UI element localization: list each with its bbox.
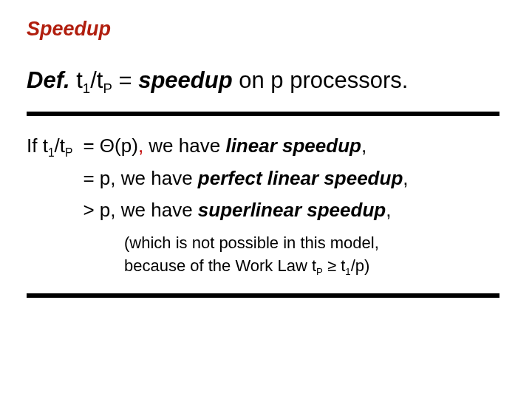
- cases-row-3: > p, we have superlinear speedup,: [27, 195, 409, 228]
- cases-right-2: = p, we have perfect linear speedup,: [83, 163, 408, 196]
- def-sub-p: P: [103, 81, 112, 96]
- cases-pre-1: we have: [143, 134, 225, 157]
- divider-top: [27, 112, 499, 116]
- def-label: Def.: [27, 67, 70, 93]
- cases-right-1: = Θ(p), we have linear speedup,: [83, 131, 408, 163]
- cases-prefix-sub1: 1: [48, 146, 55, 159]
- cases-pre-2: we have: [116, 167, 198, 189]
- def-tail: on p processors.: [233, 67, 409, 93]
- cases-table: If t1/tP = Θ(p), we have linear speedup,…: [27, 131, 409, 228]
- definition-line: Def. t1/tP = speedup on p processors.: [27, 67, 505, 94]
- slide-title: Speedup: [27, 18, 505, 41]
- cases-block: If t1/tP = Θ(p), we have linear speedup,…: [27, 131, 505, 277]
- note-line1: (which is not possible in this model,: [124, 233, 379, 252]
- def-lhs: t1/tP: [76, 67, 118, 93]
- cases-term-2: perfect linear speedup: [198, 167, 403, 189]
- note-sub-p: P: [316, 266, 323, 277]
- cases-prefix-mid: /t: [55, 134, 65, 157]
- cases-op-1: = Θ(p): [83, 134, 137, 157]
- def-t1-t: t: [76, 67, 83, 93]
- note-line2-mid: ≥ t: [323, 256, 345, 275]
- note-line2-pre: because of the Work Law t: [124, 256, 316, 275]
- cases-op-3: > p,: [83, 199, 115, 221]
- cases-row-1: If t1/tP = Θ(p), we have linear speedup,: [27, 131, 409, 163]
- cases-prefix-cell: If t1/tP: [27, 131, 83, 163]
- cases-pre-3: we have: [116, 199, 198, 221]
- cases-row-2: = p, we have perfect linear speedup,: [27, 163, 409, 196]
- def-slash-t: /t: [90, 67, 103, 93]
- cases-post-2: ,: [403, 167, 408, 189]
- slide: Speedup Def. t1/tP = speedup on p proces…: [0, 0, 532, 399]
- note-sub-1: 1: [345, 266, 350, 277]
- cases-empty-left-3: [27, 195, 83, 228]
- cases-prefix: If t: [27, 134, 48, 157]
- cases-post-3: ,: [386, 199, 391, 221]
- cases-right-3: > p, we have superlinear speedup,: [83, 195, 408, 228]
- note-block: (which is not possible in this model, be…: [124, 232, 471, 278]
- cases-empty-left-2: [27, 163, 83, 196]
- note-line2-tail: /p): [351, 256, 370, 275]
- cases-term-3: superlinear speedup: [198, 199, 386, 221]
- cases-post-1: ,: [361, 134, 366, 157]
- def-eq: =: [118, 67, 138, 93]
- def-sub-1: 1: [83, 81, 90, 96]
- cases-term-1: linear speedup: [225, 134, 361, 157]
- divider-bottom: [27, 293, 499, 298]
- cases-op-2: = p,: [83, 167, 115, 189]
- cases-prefix-subp: P: [65, 146, 72, 159]
- def-speedup-word: speedup: [138, 67, 232, 93]
